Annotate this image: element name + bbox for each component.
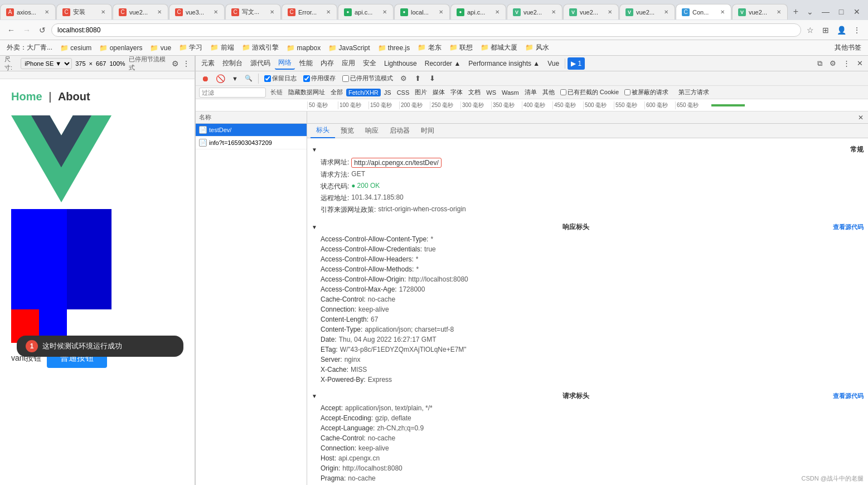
tab-preview[interactable]: 预览 xyxy=(335,124,360,138)
bookmark-laodong[interactable]: 📁 老东 xyxy=(415,42,443,54)
filter-media[interactable]: 媒体 xyxy=(430,88,447,97)
tab-error[interactable]: C Error... ✕ xyxy=(282,4,337,20)
tab-timing[interactable]: 时间 xyxy=(415,124,440,138)
bookmark-threejs[interactable]: 📁 three.js xyxy=(376,43,413,53)
filter-manifest[interactable]: 清单 xyxy=(522,88,539,97)
tab-network[interactable]: 网络 xyxy=(275,57,295,70)
blocked-cookie-filter[interactable]: 已有拦截的 Cookie xyxy=(558,88,621,97)
close-window-button[interactable]: ✕ xyxy=(850,5,864,18)
bookmark-cesium[interactable]: 📁 cesium xyxy=(58,43,94,53)
tab-console[interactable]: 控制台 xyxy=(219,57,246,70)
filter-wasm[interactable]: Wasm xyxy=(500,89,521,96)
forward-button[interactable]: → xyxy=(20,23,33,37)
tab-sources[interactable]: 源代码 xyxy=(247,57,274,70)
filter-button[interactable]: ▼ xyxy=(230,75,240,83)
settings-icon[interactable]: ⚙ xyxy=(827,57,839,70)
filter-ws[interactable]: WS xyxy=(484,89,498,96)
tab-close-icon[interactable]: ✕ xyxy=(662,8,670,16)
tab-close-icon[interactable]: ✕ xyxy=(719,8,726,16)
filter-font[interactable]: 字体 xyxy=(448,88,465,97)
bookmark-mapbox[interactable]: 📁 mapbox xyxy=(284,43,323,53)
tab-close-icon[interactable]: ✕ xyxy=(775,8,783,16)
filter-fetch-xhr[interactable]: Fetch/XHR xyxy=(346,89,381,96)
profile-button[interactable]: 👤 xyxy=(835,23,848,37)
minimize-button[interactable]: — xyxy=(819,5,832,18)
tab-elements[interactable]: 元素 xyxy=(198,57,218,70)
tab-axios[interactable]: A axios... ✕ xyxy=(0,4,56,20)
tab-close-icon[interactable]: ✕ xyxy=(606,8,614,16)
tab-write[interactable]: C 写文... ✕ xyxy=(225,4,281,20)
tab-vuev[interactable]: V vue2... ✕ xyxy=(507,4,562,20)
filter-other[interactable]: 其他 xyxy=(540,88,557,97)
tab-performance[interactable]: 性能 xyxy=(296,57,316,70)
close-devtools-icon[interactable]: ✕ xyxy=(854,57,866,70)
tab-vue[interactable]: Vue xyxy=(544,57,562,70)
tab-vuev4[interactable]: V vue2... ✕ xyxy=(732,4,788,20)
throttle-settings-icon[interactable]: ⚙ xyxy=(397,72,410,85)
response-headers-source-link[interactable]: 查看源代码 xyxy=(833,223,864,231)
viewport-settings-icon[interactable]: ⚙ xyxy=(172,59,179,68)
tab-api2[interactable]: ● api.c... ✕ xyxy=(450,4,506,20)
tab-close-icon[interactable]: ✕ xyxy=(550,8,557,16)
tab-close-icon[interactable]: ✕ xyxy=(381,8,389,16)
filter-css[interactable]: CSS xyxy=(395,89,412,96)
tab-close-icon[interactable]: ✕ xyxy=(493,8,501,16)
restore-button[interactable]: □ xyxy=(835,5,848,18)
search-button[interactable]: 🔍 xyxy=(243,74,255,83)
menu-button[interactable]: ⋮ xyxy=(850,23,864,37)
tab-close-icon[interactable]: ✕ xyxy=(268,8,276,16)
more-options-icon[interactable]: ⋮ xyxy=(840,57,852,70)
dock-side-icon[interactable]: ⧉ xyxy=(813,57,826,70)
tab-vuev3[interactable]: V vue2... ✕ xyxy=(619,4,675,20)
throttle-checkbox[interactable]: 已停用节流模式 xyxy=(340,74,395,83)
bookmark-lenovo[interactable]: 📁 联想 xyxy=(447,42,475,54)
general-title[interactable]: 常规 xyxy=(312,143,864,157)
preserve-log-checkbox[interactable]: 保留日志 xyxy=(262,74,299,83)
extensions-button[interactable]: ⊞ xyxy=(819,23,832,37)
filter-img[interactable]: 图片 xyxy=(413,88,429,97)
tab-application[interactable]: 应用 xyxy=(338,57,358,70)
tab-list-button[interactable]: ⌄ xyxy=(803,5,817,18)
filter-doc[interactable]: 文档 xyxy=(466,88,483,97)
new-tab-button[interactable]: + xyxy=(788,4,803,20)
bookmark-js[interactable]: 📁 JavaScript xyxy=(326,43,372,53)
filter-input[interactable] xyxy=(199,88,266,98)
tab-recorder[interactable]: Recorder ▲ xyxy=(421,57,464,70)
tab-close-icon[interactable]: ✕ xyxy=(156,8,163,16)
bookmark-game[interactable]: 📁 游戏引擎 xyxy=(240,42,281,54)
tab-memory[interactable]: 内存 xyxy=(317,57,337,70)
tab-close-icon[interactable]: ✕ xyxy=(99,8,107,16)
tab-api1[interactable]: ● api.c... ✕ xyxy=(338,4,394,20)
tab-initiator[interactable]: 启动器 xyxy=(384,124,415,138)
address-input[interactable] xyxy=(51,23,801,37)
request-headers-source-link[interactable]: 查看源代码 xyxy=(833,392,864,400)
tab-local[interactable]: ● local... ✕ xyxy=(394,4,450,20)
import-button[interactable]: ⬆ xyxy=(412,72,424,85)
response-headers-title[interactable]: 响应标头 查看源代码 xyxy=(312,220,864,234)
tab-close-icon[interactable]: ✕ xyxy=(212,8,220,16)
bookmark-study[interactable]: 📁 学习 xyxy=(177,42,205,54)
third-party-filter[interactable]: 第三方请求 xyxy=(676,88,711,97)
home-link[interactable]: Home xyxy=(11,90,42,103)
request-item-testdev[interactable]: 📄 testDev/ xyxy=(196,124,307,137)
tab-security[interactable]: 安全 xyxy=(360,57,380,70)
bookmark-ducheng[interactable]: 📁 都城大厦 xyxy=(478,42,520,54)
tab-perf-insights[interactable]: Performance insights ▲ xyxy=(465,57,543,70)
bookmark-waimai[interactable]: 外卖：大厂青... xyxy=(4,42,55,54)
record-button[interactable]: ⏺ xyxy=(199,74,211,84)
tab-close-icon[interactable]: ✕ xyxy=(324,8,332,16)
tab-close-icon[interactable]: ✕ xyxy=(437,8,445,16)
tab-install[interactable]: C 安装 ✕ xyxy=(56,4,112,20)
filter-hidden-data[interactable]: 隐藏数据网址 xyxy=(286,88,327,97)
filter-all[interactable]: 全部 xyxy=(328,88,345,97)
tab-vuev2[interactable]: V vue2... ✕ xyxy=(563,4,619,20)
clear-button[interactable]: 🚫 xyxy=(214,74,227,84)
tab-headers[interactable]: 标头 xyxy=(311,124,335,138)
blocked-request-filter[interactable]: 被屏蔽的请求 xyxy=(622,88,671,97)
request-item-info[interactable]: 📄 info?t=1659030437209 xyxy=(196,137,307,149)
filter-js[interactable]: JS xyxy=(382,89,394,96)
export-button[interactable]: ⬇ xyxy=(426,72,439,85)
tab-vue2[interactable]: C vue2... ✕ xyxy=(113,4,168,20)
close-detail-button[interactable]: ✕ xyxy=(856,113,866,123)
tab-close-icon[interactable]: ✕ xyxy=(43,8,51,16)
